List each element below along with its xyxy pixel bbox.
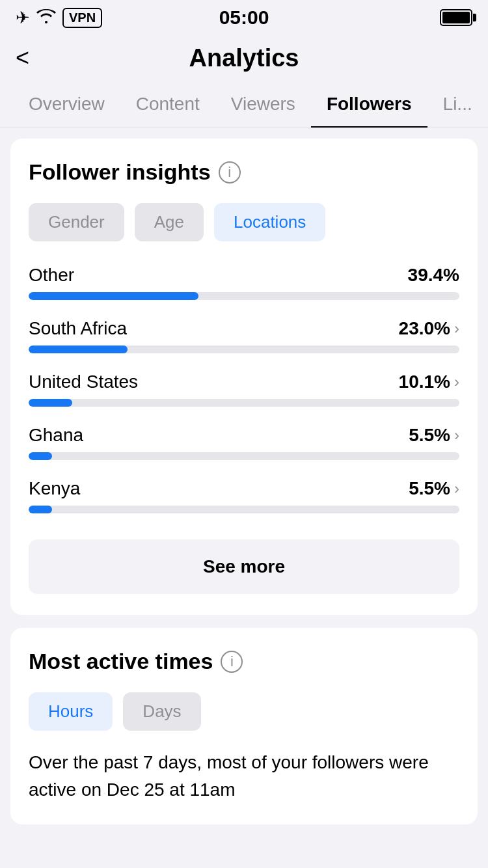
bar-track [29,506,459,513]
location-item-united-states[interactable]: United States 10.1% › [29,372,459,407]
tab-overview[interactable]: Overview [13,81,120,128]
main-content: Follower insights i Gender Age Locations… [0,128,488,835]
filter-gender[interactable]: Gender [29,203,124,241]
info-icon-active-times[interactable]: i [221,651,243,673]
battery-fill [442,12,470,23]
follower-insights-card: Follower insights i Gender Age Locations… [10,139,478,615]
bar-fill [29,452,52,460]
location-pct: 10.1% › [399,372,459,392]
page-title: Analytics [189,44,299,72]
status-bar-left: ✈ VPN [16,8,102,28]
filter-days[interactable]: Days [123,692,200,731]
chevron-right-icon: › [454,319,459,338]
filter-hours[interactable]: Hours [29,692,113,731]
location-pct: 5.5% › [409,478,459,499]
location-pct: 23.0% › [399,318,459,339]
bar-track [29,346,459,353]
see-more-button[interactable]: See more [29,539,459,594]
chevron-right-icon: › [454,373,459,391]
location-name: United States [29,372,138,392]
most-active-times-card: Most active times i Hours Days Over the … [10,628,478,824]
bar-fill [29,292,198,300]
filter-row: Gender Age Locations [29,203,459,241]
airplane-icon: ✈ [16,8,30,28]
wifi-icon [36,8,56,28]
tab-viewers[interactable]: Viewers [215,81,311,128]
location-name: Ghana [29,425,83,446]
filter-age[interactable]: Age [135,203,204,241]
location-pct: 39.4% [408,265,459,286]
tab-followers[interactable]: Followers [311,81,427,128]
chevron-right-icon: › [454,480,459,498]
bar-fill [29,346,128,353]
header: < Analytics [0,35,488,81]
filter-locations[interactable]: Locations [214,203,325,241]
bar-track [29,399,459,407]
location-item-other: Other 39.4% [29,265,459,300]
bar-fill [29,506,52,513]
follower-insights-title: Follower insights i [29,159,459,185]
bar-fill [29,399,72,407]
location-name: Other [29,265,74,286]
status-bar: ✈ VPN 05:00 [0,0,488,35]
bar-track [29,292,459,300]
time-filter-row: Hours Days [29,692,459,731]
location-item-ghana[interactable]: Ghana 5.5% › [29,425,459,460]
location-name: South Africa [29,318,127,339]
status-bar-right [440,9,472,26]
most-active-times-title: Most active times i [29,649,459,674]
bar-track [29,452,459,460]
vpn-badge: VPN [62,8,102,28]
tabs-nav: Overview Content Viewers Followers Li... [0,81,488,128]
chevron-right-icon: › [454,426,459,444]
location-item-kenya[interactable]: Kenya 5.5% › [29,478,459,513]
status-bar-time: 05:00 [219,7,269,29]
location-name: Kenya [29,478,80,499]
tab-live[interactable]: Li... [427,81,488,128]
battery-icon [440,9,472,26]
location-item-south-africa[interactable]: South Africa 23.0% › [29,318,459,353]
info-icon[interactable]: i [219,161,241,183]
tab-content[interactable]: Content [120,81,215,128]
back-button[interactable]: < [16,44,29,72]
active-times-description: Over the past 7 days, most of your follo… [29,749,459,804]
location-pct: 5.5% › [409,425,459,446]
